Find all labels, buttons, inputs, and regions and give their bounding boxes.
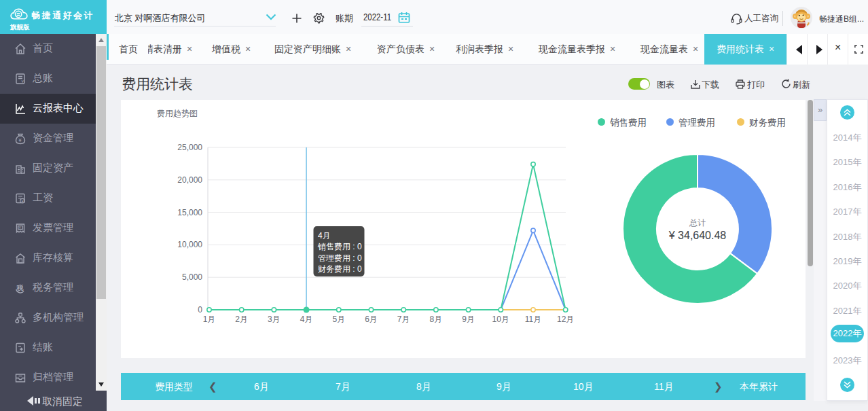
svg-text:管理费用 : 0: 管理费用 : 0	[318, 253, 362, 263]
svg-text:5月: 5月	[332, 315, 345, 324]
svg-text:15,000: 15,000	[177, 208, 202, 217]
svg-text:9月: 9月	[462, 315, 475, 324]
svg-text:20,000: 20,000	[177, 175, 202, 185]
svg-text:8月: 8月	[430, 315, 443, 324]
svg-text:0: 0	[198, 305, 202, 315]
svg-text:12月: 12月	[557, 315, 574, 324]
svg-text:税: 税	[16, 284, 24, 291]
svg-text:5,000: 5,000	[182, 272, 202, 282]
svg-text:¥ 34,640.48: ¥ 34,640.48	[668, 230, 727, 241]
svg-text:销售费用 : 0: 销售费用 : 0	[317, 242, 362, 251]
svg-text:10,000: 10,000	[177, 240, 202, 249]
svg-text:财务费用 : 0: 财务费用 : 0	[318, 264, 362, 274]
svg-text:6月: 6月	[365, 315, 378, 324]
svg-text:总计: 总计	[689, 218, 706, 228]
svg-text:25,000: 25,000	[177, 143, 202, 152]
svg-text:7月: 7月	[397, 315, 410, 324]
svg-text:¥: ¥	[22, 79, 24, 84]
svg-text:1月: 1月	[203, 315, 216, 324]
svg-text:4月: 4月	[318, 231, 331, 240]
svg-text:10月: 10月	[492, 315, 509, 324]
svg-text:2月: 2月	[235, 315, 248, 324]
svg-text:11月: 11月	[525, 315, 541, 324]
svg-text:4月: 4月	[300, 315, 313, 324]
svg-text:¥: ¥	[18, 137, 22, 143]
svg-text:3月: 3月	[268, 315, 281, 324]
